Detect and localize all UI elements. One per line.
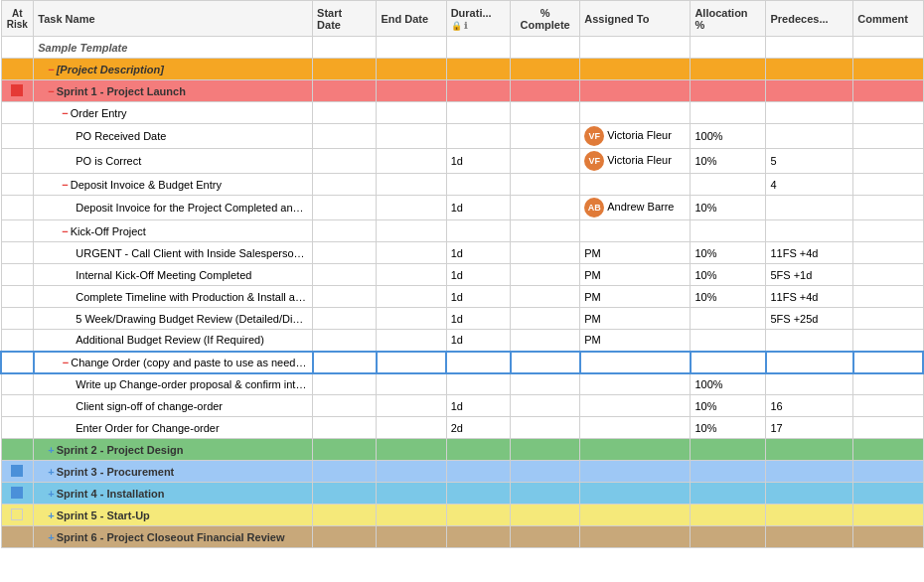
pred-cell <box>766 483 853 505</box>
task-name-cell[interactable]: +Sprint 2 - Project Design <box>34 439 313 461</box>
task-name-cell[interactable]: Write up Change-order proposal & confirm… <box>34 373 313 395</box>
pred-cell <box>766 461 853 483</box>
pred-cell: 11FS +4d <box>766 242 853 264</box>
duration-cell <box>446 37 510 59</box>
collapse-btn[interactable]: − <box>48 85 54 97</box>
task-name-cell[interactable]: 5 Week/Drawing Budget Review (Detailed/D… <box>34 308 313 330</box>
task-name-cell[interactable]: −Sprint 1 - Project Launch <box>34 80 313 102</box>
task-name-cell[interactable]: Internal Kick-Off Meeting Completed <box>34 264 313 286</box>
pred-cell <box>766 102 853 124</box>
duration-cell <box>446 124 510 149</box>
task-name-cell[interactable]: −Change Order (copy and paste to use as … <box>34 352 313 373</box>
start-date-cell <box>313 242 377 264</box>
alloc-cell <box>691 308 766 330</box>
alloc-cell: 10% <box>691 264 766 286</box>
duration-cell <box>446 373 510 395</box>
expand-btn[interactable]: + <box>48 444 54 456</box>
alloc-cell <box>691 526 766 548</box>
table-row: Deposit Invoice for the Project Complete… <box>1 196 923 220</box>
comment-cell <box>853 59 923 80</box>
task-name-cell[interactable]: Enter Order for Change-order <box>34 417 313 439</box>
task-name-cell[interactable]: −Order Entry <box>34 102 313 124</box>
task-name-cell[interactable]: Additional Budget Review (If Required) <box>34 330 313 352</box>
pct-complete-cell <box>511 220 580 242</box>
table-row: PO is Correct 1d VFVictoria Fleur 10% 5 <box>1 149 923 174</box>
task-name-cell[interactable]: +Sprint 5 - Start-Up <box>34 505 313 526</box>
expand-btn[interactable]: + <box>48 509 54 521</box>
end-date-cell <box>377 526 446 548</box>
task-name-cell[interactable]: Complete Timeline with Production & Inst… <box>34 286 313 308</box>
expand-btn[interactable]: + <box>48 488 54 500</box>
start-date-cell <box>313 196 377 220</box>
alloc-cell <box>691 174 766 196</box>
flag-cell <box>1 483 34 505</box>
start-date-cell <box>313 395 377 417</box>
duration-cell <box>446 174 510 196</box>
alloc-cell <box>691 37 766 59</box>
assigned-cell <box>580 220 691 242</box>
flag-cell <box>1 352 34 373</box>
collapse-btn[interactable]: − <box>62 179 68 191</box>
start-date-cell <box>313 124 377 149</box>
expand-btn[interactable]: + <box>48 531 54 543</box>
task-name-cell[interactable]: URGENT - Call Client with Inside Salespe… <box>34 242 313 264</box>
end-date-cell <box>377 395 446 417</box>
comment-cell <box>853 395 923 417</box>
table-row: +Sprint 2 - Project Design <box>1 439 923 461</box>
pct-complete-cell <box>511 242 580 264</box>
flag-cell <box>1 102 34 124</box>
end-date-cell <box>377 264 446 286</box>
collapse-btn[interactable]: − <box>48 64 54 75</box>
task-name-cell[interactable]: Sample Template <box>34 37 313 59</box>
alloc-cell: 10% <box>691 395 766 417</box>
start-date-cell <box>313 286 377 308</box>
table-row: −Kick-Off Project <box>1 220 923 242</box>
alloc-cell <box>691 461 766 483</box>
flag-cell <box>1 308 34 330</box>
start-date-cell <box>313 174 377 196</box>
end-date-cell <box>377 286 446 308</box>
comment-cell <box>853 461 923 483</box>
alloc-cell <box>691 352 766 373</box>
task-name-cell[interactable]: PO is Correct <box>34 149 313 174</box>
pred-cell <box>766 352 853 373</box>
expand-btn[interactable]: + <box>48 466 54 478</box>
flag-cell <box>1 149 34 174</box>
flag-yellow <box>11 509 23 520</box>
col-header-pred: Predeces... <box>766 1 853 37</box>
task-name-cell[interactable]: Client sign-off of change-order <box>34 395 313 417</box>
table-row: Internal Kick-Off Meeting Completed 1d P… <box>1 264 923 286</box>
pred-cell <box>766 330 853 352</box>
task-name-cell[interactable]: −Kick-Off Project <box>34 220 313 242</box>
task-name-cell[interactable]: +Sprint 6 - Project Closeout Financial R… <box>34 526 313 548</box>
table-row: Client sign-off of change-order 1d 10% 1… <box>1 395 923 417</box>
pct-complete-cell <box>511 526 580 548</box>
task-name-cell[interactable]: −Deposit Invoice & Budget Entry <box>34 174 313 196</box>
flag-cell <box>1 242 34 264</box>
flag-cell <box>1 330 34 352</box>
pct-complete-cell <box>511 505 580 526</box>
collapse-btn[interactable]: − <box>63 357 69 368</box>
lock-icon: 🔒 <box>451 21 462 31</box>
duration-cell <box>446 59 510 80</box>
pct-complete-cell <box>511 308 580 330</box>
collapse-btn[interactable]: − <box>62 107 68 119</box>
end-date-cell <box>377 59 446 80</box>
task-name-cell[interactable]: Deposit Invoice for the Project Complete… <box>34 196 313 220</box>
table-row: −Order Entry <box>1 102 923 124</box>
task-name-cell[interactable]: −[Project Description] <box>34 59 313 80</box>
pred-cell: 4 <box>766 174 853 196</box>
collapse-btn[interactable]: − <box>62 225 68 237</box>
flag-cell <box>1 439 34 461</box>
col-header-start: StartDate <box>313 1 377 37</box>
pct-complete-cell <box>511 373 580 395</box>
comment-cell <box>853 352 923 373</box>
pred-cell <box>766 59 853 80</box>
task-name-cell[interactable]: +Sprint 3 - Procurement <box>34 461 313 483</box>
task-name-cell[interactable]: +Sprint 4 - Installation <box>34 483 313 505</box>
alloc-cell <box>691 483 766 505</box>
comment-cell <box>853 242 923 264</box>
flag-cell <box>1 124 34 149</box>
comment-cell <box>853 373 923 395</box>
task-name-cell[interactable]: PO Received Date <box>34 124 313 149</box>
